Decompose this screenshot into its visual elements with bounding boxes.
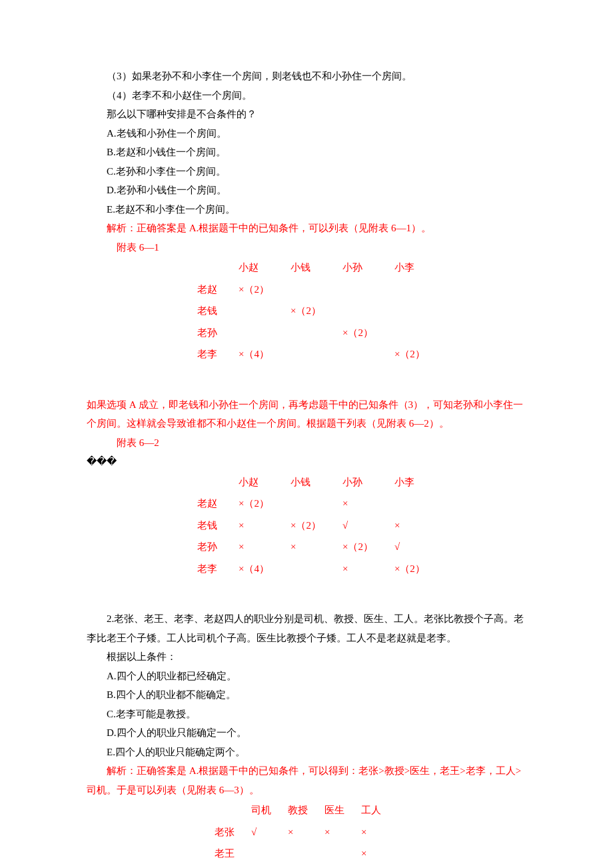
q2-option-b: B.四个人的职业都不能确定。 [87,685,526,705]
q2-t3-col3: 工人 [353,799,390,821]
q2-t3-r1c0 [243,843,280,865]
q1-t2-col0: 小赵 [228,471,280,493]
q1-t2-r2c2: ×（2） [332,536,384,558]
q1-t2-r3c3: ×（2） [384,558,436,580]
q2-t3-r1c3: × [353,843,390,865]
q2-t3-r2c2 [316,865,353,869]
q1-t1-r1c1: ×（2） [280,300,332,322]
q1-t2-r3c1 [280,558,332,580]
q1-t1-r3c0: ×（4） [228,343,280,365]
q1-option-b: B.老赵和小钱住一个房间。 [87,143,526,162]
q1-t1-r0h: 老赵 [187,279,228,301]
q1-t1-col2: 小孙 [332,257,384,279]
q1-t1-r3c2 [332,343,384,365]
q1-t2-r1c2: √ [332,515,384,537]
q1-t2-r1h: 老钱 [187,515,228,537]
q1-t2-r2c3: √ [384,536,436,558]
q2-analysis-intro: 解析：正确答案是 A.根据题干中的已知条件，可以得到：老张>教授>医生，老王>老… [87,761,526,799]
q1-option-d: D.老孙和小钱住一个房间。 [87,181,526,200]
q2-t3-r2h: 老李 [207,865,243,869]
q1-t2-r3h: 老李 [187,558,228,580]
q1-t1-r1c3 [384,300,436,322]
q1-premise-4: （4）老李不和小赵住一个房间。 [87,86,526,105]
q1-analysis-intro: 解析：正确答案是 A.根据题干中的已知条件，可以列表（见附表 6—1）。 [87,219,526,238]
q1-t2-r0c1 [280,493,332,515]
q2-t3-r0c3: × [353,821,390,843]
q2-t3-r1h: 老王 [207,843,243,865]
q1-t1-r0c1 [280,279,332,301]
q1-t2-r2h: 老孙 [187,536,228,558]
q2-t3-r2c0 [243,865,280,869]
q1-table1-caption: 附表 6—1 [117,238,526,257]
q2-t3-r2c3 [353,865,390,869]
q1-t2-col1: 小钱 [280,471,332,493]
q1-t1-r3c1 [280,343,332,365]
q1-t2-r1c0: × [228,515,280,537]
q1-question: 那么以下哪种安排是不合条件的？ [87,105,526,124]
q2-t3-col1: 教授 [280,799,316,821]
q1-table2: 小赵 小钱 小孙 小李 老赵 ×（2） × 老钱 × ×（2） √ × 老孙 ×… [187,471,436,580]
q1-t1-r1h: 老钱 [187,300,228,322]
q1-t2-r0c2: × [332,493,384,515]
q1-premise-3: （3）如果老孙不和小李住一个房间，则老钱也不和小孙住一个房间。 [87,67,526,86]
q1-t1-r2c0 [228,322,280,344]
q1-t1-r2c3 [384,322,436,344]
q1-t1-r3c3: ×（2） [384,343,436,365]
q2-t3-r0c1: × [280,821,316,843]
q1-table1: 小赵 小钱 小孙 小李 老赵 ×（2） 老钱 ×（2） 老孙 ×（2） 老李 ×… [187,257,436,365]
q1-t1-r0c0: ×（2） [228,279,280,301]
q1-t2-r3c0: ×（4） [228,558,280,580]
q2-option-a: A.四个人的职业都已经确定。 [87,667,526,686]
q1-t2-r2c1: × [280,536,332,558]
q2-t3-r1c1 [280,843,316,865]
q1-t2-r0c3 [384,493,436,515]
q1-t1-r1c0 [228,300,280,322]
q1-t1-r1c2 [332,300,384,322]
q1-t2-r0c0: ×（2） [228,493,280,515]
q2-cond-line: 根据以上条件： [87,647,526,667]
q1-t2-r2c0: × [228,536,280,558]
q2-t3-col2: 医生 [316,799,353,821]
q2-t3-r0c0: √ [243,821,280,843]
q2-t3-r1c2 [316,843,353,865]
q2-t3-col0: 司机 [243,799,280,821]
q1-t1-r2c2: ×（2） [332,322,384,344]
q1-t1-col0: 小赵 [228,257,280,279]
q2-option-d: D.四个人的职业只能确定一个。 [87,723,526,743]
q1-table2-caption: 附表 6—2 [117,433,526,453]
q1-t1-r2h: 老孙 [187,322,228,344]
q1-option-c: C.老孙和小李住一个房间。 [87,162,526,181]
q1-option-a: A.老钱和小孙住一个房间。 [87,124,526,143]
q1-t2-r3c2: × [332,558,384,580]
q1-t1-col1: 小钱 [280,257,332,279]
q1-t1-r0c3 [384,279,436,301]
q1-t2-r1c3: × [384,515,436,537]
q1-analysis-mid: 如果选项 A 成立，即老钱和小孙住一个房间，再考虑题干中的已知条件（3），可知老… [87,395,526,433]
q1-t1-r2c1 [280,322,332,344]
q1-t1-r0c2 [332,279,384,301]
q1-option-e: E.老赵不和小李住一个房间。 [87,200,526,219]
q1-t2-col2: 小孙 [332,471,384,493]
q2-t3-r0c2: × [316,821,353,843]
q1-t1-r3h: 老李 [187,343,228,365]
q2-option-e: E.四个人的职业只能确定两个。 [87,743,526,762]
q2-stem: 2.老张、老王、老李、老赵四人的职业分别是司机、教授、医生、工人。老张比教授个子… [87,609,526,647]
q1-t2-r0h: 老赵 [187,493,228,515]
q2-t3-r0h: 老张 [207,821,243,843]
q1-t1-col3: 小李 [384,257,436,279]
q1-t2-col3: 小李 [384,471,436,493]
q2-option-c: C.老李可能是教授。 [87,705,526,724]
q1-t2-r1c1: ×（2） [280,515,332,537]
q2-table3: 司机 教授 医生 工人 老张 √ × × × 老王 × 老李 老赵 [207,799,390,868]
q2-t3-r2c1 [280,865,316,869]
